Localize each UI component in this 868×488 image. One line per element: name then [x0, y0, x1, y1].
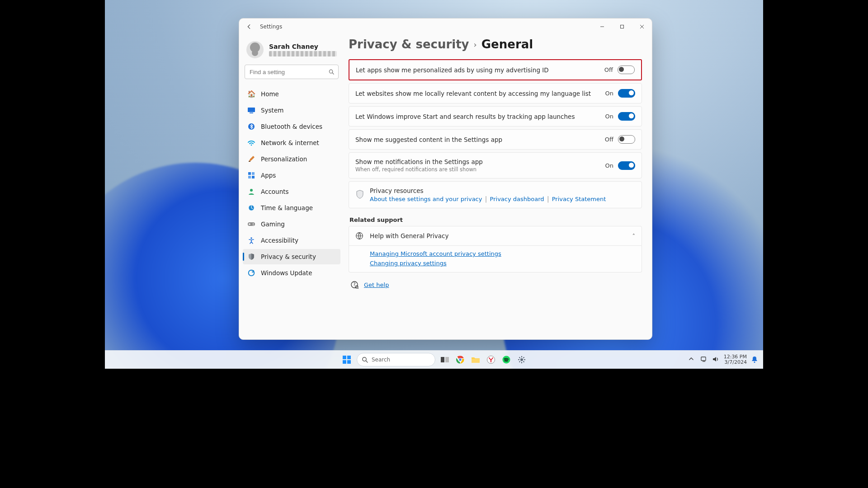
svg-rect-8 — [252, 172, 255, 175]
back-button[interactable] — [243, 20, 255, 33]
sidebar-item-gaming[interactable]: Gaming — [243, 216, 340, 232]
setting-app-launches: Let Windows improve Start and search res… — [349, 106, 642, 127]
sidebar-item-label: System — [261, 107, 283, 114]
sidebar-item-label: Apps — [261, 172, 276, 179]
toggle-app-launches[interactable] — [618, 112, 635, 121]
svg-rect-37 — [701, 357, 706, 361]
tray-clock[interactable]: 12:36 PM 3/7/2024 — [724, 354, 747, 365]
svg-rect-26 — [347, 360, 351, 364]
search-icon — [328, 69, 335, 75]
tray-chevron-up-icon[interactable] — [689, 356, 696, 363]
tray-notifications-icon[interactable] — [751, 356, 759, 363]
link-manage-ms-account-privacy[interactable]: Managing Microsoft account privacy setti… — [370, 250, 635, 257]
content-pane: Privacy & security › General Let apps sh… — [344, 35, 652, 339]
svg-point-11 — [250, 189, 253, 192]
page-title: General — [481, 38, 533, 51]
help-general-privacy-expander[interactable]: Help with General Privacy ˄ — [349, 226, 642, 246]
expander-label: Help with General Privacy — [370, 232, 448, 239]
taskbar-app-browser-y[interactable] — [485, 354, 497, 366]
setting-label: Show me suggested content in the Setting… — [355, 136, 502, 143]
svg-rect-33 — [472, 359, 480, 363]
breadcrumb-parent[interactable]: Privacy & security — [349, 38, 469, 51]
shield-icon — [247, 253, 255, 261]
link-get-help[interactable]: Get help — [364, 282, 389, 288]
taskbar-app-spotify[interactable] — [500, 354, 512, 366]
svg-rect-2 — [248, 108, 255, 112]
toggle-state: Off — [605, 136, 613, 143]
sidebar-item-accessibility[interactable]: Accessibility — [243, 233, 340, 248]
sidebar-item-label: Windows Update — [261, 269, 312, 277]
window-title: Settings — [260, 23, 282, 30]
sidebar-item-home[interactable]: 🏠 Home — [243, 86, 340, 102]
link-changing-privacy-settings[interactable]: Changing privacy settings — [370, 260, 635, 267]
setting-sublabel: When off, required notifications are sti… — [355, 166, 483, 173]
sidebar-item-privacy-security[interactable]: Privacy & security — [243, 249, 340, 264]
svg-rect-24 — [347, 356, 351, 359]
account-name: Sarah Chaney — [269, 43, 337, 50]
taskbar-app-chrome[interactable] — [454, 354, 466, 366]
start-button[interactable] — [340, 353, 353, 366]
svg-rect-28 — [441, 357, 444, 362]
tray-volume-icon[interactable] — [712, 356, 719, 363]
svg-rect-23 — [343, 356, 346, 359]
toggle-advertising-id[interactable] — [618, 66, 635, 74]
sidebar-item-time-language[interactable]: Time & language — [243, 200, 340, 216]
link-about-privacy[interactable]: About these settings and your privacy — [370, 196, 482, 202]
setting-notifications: Show me notifications in the Settings ap… — [349, 152, 642, 178]
sidebar-item-label: Gaming — [261, 221, 285, 228]
sidebar-item-apps[interactable]: Apps — [243, 168, 340, 183]
svg-rect-29 — [445, 357, 449, 362]
sidebar-item-system[interactable]: System — [243, 103, 340, 118]
sidebar-item-bluetooth[interactable]: Bluetooth & devices — [243, 119, 340, 134]
sidebar-item-network[interactable]: Network & internet — [243, 135, 340, 150]
link-privacy-dashboard[interactable]: Privacy dashboard — [490, 196, 544, 202]
maximize-button[interactable] — [612, 19, 632, 34]
sidebar-item-personalization[interactable]: Personalization — [243, 151, 340, 167]
search-icon — [362, 357, 368, 363]
apps-icon — [247, 171, 255, 179]
svg-rect-3 — [250, 113, 253, 113]
setting-suggested-content: Show me suggested content in the Setting… — [349, 129, 642, 150]
close-button[interactable] — [632, 19, 652, 34]
sidebar-item-label: Bluetooth & devices — [261, 123, 322, 130]
svg-point-5 — [251, 145, 252, 146]
globe-clock-icon — [247, 204, 255, 212]
home-icon: 🏠 — [247, 90, 255, 98]
tray-network-icon[interactable] — [700, 356, 708, 363]
taskbar-app-settings[interactable] — [516, 354, 528, 366]
sidebar-item-windows-update[interactable]: Windows Update — [243, 265, 340, 281]
help-links: Managing Microsoft account privacy setti… — [349, 246, 642, 272]
system-icon — [247, 106, 255, 114]
link-privacy-statement[interactable]: Privacy Statement — [552, 196, 606, 202]
titlebar: Settings — [239, 19, 652, 35]
toggle-state: Off — [604, 66, 613, 73]
search-input[interactable] — [249, 68, 328, 76]
privacy-resources-card: Privacy resources About these settings a… — [349, 181, 642, 208]
shield-outline-icon — [355, 190, 364, 200]
breadcrumb: Privacy & security › General — [349, 38, 642, 51]
toggle-language-list[interactable] — [618, 89, 635, 98]
toggle-state: On — [605, 162, 613, 169]
taskbar-search[interactable]: Search — [357, 353, 435, 366]
account-header[interactable]: Sarah Chaney — [243, 38, 340, 58]
bluetooth-icon — [247, 122, 255, 131]
svg-point-15 — [253, 223, 254, 224]
svg-rect-10 — [252, 176, 255, 178]
setting-label: Show me notifications in the Settings ap… — [355, 158, 483, 165]
update-icon — [247, 269, 255, 277]
taskbar-app-explorer[interactable] — [470, 354, 481, 366]
minimize-button[interactable] — [592, 19, 612, 34]
get-help-row[interactable]: ? Get help — [349, 281, 642, 289]
toggle-state: On — [605, 90, 613, 97]
taskbar-app-taskview[interactable] — [439, 354, 451, 366]
sidebar-item-accounts[interactable]: Accounts — [243, 184, 340, 199]
svg-point-38 — [754, 361, 755, 363]
setting-advertising-id: Let apps show me personalized ads by usi… — [349, 59, 642, 80]
sidebar-item-label: Accounts — [261, 188, 289, 195]
svg-rect-6 — [249, 161, 250, 162]
accessibility-icon — [247, 236, 255, 244]
toggle-suggested-content[interactable] — [618, 135, 635, 144]
settings-search[interactable] — [245, 65, 339, 79]
toggle-notifications[interactable] — [618, 161, 635, 170]
avatar — [246, 41, 264, 58]
